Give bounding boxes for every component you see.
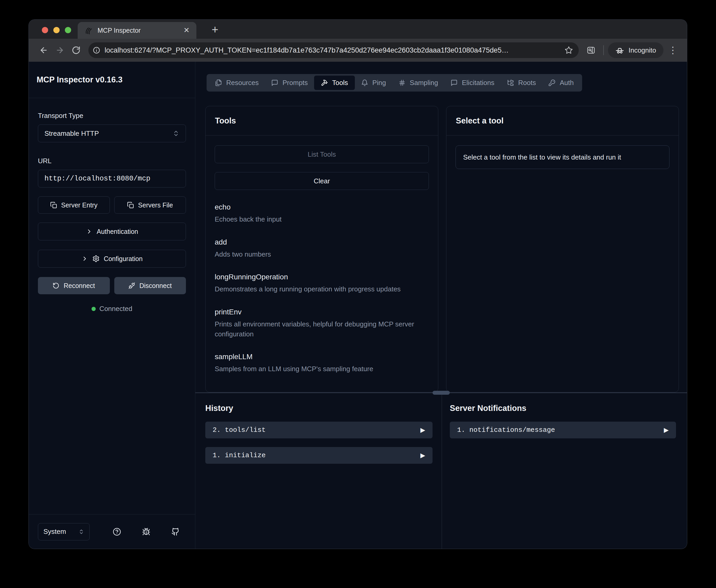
tool-description: Demonstrates a long running operation wi… <box>215 284 429 294</box>
bookmark-star-icon[interactable] <box>565 46 573 55</box>
list-tools-button[interactable]: List Tools <box>215 145 429 163</box>
chevron-right-icon <box>86 228 92 235</box>
connection-status: Connected <box>38 305 186 313</box>
sidebar-footer: System <box>29 514 195 549</box>
hash-icon <box>398 79 406 86</box>
tab-roots[interactable]: Roots <box>501 74 542 91</box>
tab-label: Sampling <box>410 79 438 87</box>
tab-sampling[interactable]: Sampling <box>392 74 444 91</box>
tool-description: Samples from an LLM using MCP's sampling… <box>215 364 429 374</box>
servers-file-label: Servers File <box>138 202 173 209</box>
gear-icon <box>92 255 100 262</box>
authentication-button[interactable]: Authentication <box>38 223 186 240</box>
hammer-icon <box>321 79 328 86</box>
transport-type-label: Transport Type <box>38 112 186 120</box>
side-panel-search-icon[interactable] <box>587 46 595 55</box>
url-bar[interactable]: localhost:6274/?MCP_PROXY_AUTH_TOKEN=ec1… <box>88 42 579 58</box>
server-notifications-panel: Server Notifications 1. notifications/me… <box>442 393 687 549</box>
close-window-button[interactable] <box>42 27 48 33</box>
tool-description: Adds two numbers <box>215 250 429 259</box>
server-url-input[interactable]: http://localhost:8080/mcp <box>38 170 186 188</box>
list-item[interactable]: add Adds two numbers <box>215 238 429 259</box>
reload-icon[interactable] <box>72 46 81 55</box>
history-panel: History 2. tools/list ▶ 1. initialize ▶ <box>195 393 442 549</box>
help-circle-icon[interactable] <box>113 528 121 536</box>
incognito-label: Incognito <box>628 46 656 55</box>
browser-menu-icon[interactable]: ⋮ <box>668 45 677 55</box>
url-text[interactable]: localhost:6274/?MCP_PROXY_AUTH_TOKEN=ec1… <box>105 46 560 55</box>
site-info-icon[interactable] <box>92 46 101 54</box>
new-tab-button[interactable]: + <box>209 24 221 36</box>
tool-description: Prints all environment variables, helpfu… <box>215 319 429 339</box>
message-square-icon <box>271 79 278 86</box>
tools-panel-title: Tools <box>205 106 438 135</box>
forward-icon[interactable] <box>56 46 64 55</box>
expand-play-icon[interactable]: ▶ <box>664 426 669 434</box>
tool-details-panel: Select a tool Select a tool from the lis… <box>446 106 679 392</box>
notification-item[interactable]: 1. notifications/message ▶ <box>450 422 676 438</box>
server-entry-button[interactable]: Server Entry <box>38 196 110 214</box>
theme-select[interactable]: System <box>38 523 90 540</box>
maximize-window-button[interactable] <box>65 27 71 33</box>
top-panels: Tools List Tools Clear echo Echoes back … <box>205 106 679 392</box>
disconnect-button[interactable]: Disconnect <box>114 277 186 294</box>
rotate-ccw-icon <box>52 282 59 289</box>
copy-icon <box>127 202 134 208</box>
tools-panel-body: List Tools Clear echo Echoes back the in… <box>205 135 438 392</box>
horizontal-splitter[interactable] <box>195 392 687 393</box>
copy-icon <box>50 202 57 208</box>
chevrons-up-down-icon <box>173 130 179 137</box>
tab-label: Elicitations <box>462 79 494 87</box>
tool-name: sampleLLM <box>215 353 429 361</box>
bug-icon[interactable] <box>142 528 150 536</box>
servers-file-button[interactable]: Servers File <box>114 196 186 214</box>
github-icon[interactable] <box>171 528 180 536</box>
tab-elicitations[interactable]: Elicitations <box>444 74 500 91</box>
theme-value: System <box>43 528 66 536</box>
sidebar: MCP Inspector v0.16.3 Transport Type Str… <box>29 62 195 549</box>
configuration-button[interactable]: Configuration <box>38 250 186 268</box>
main-area: Resources Prompts Tools Ping Sampling <box>195 62 687 549</box>
url-label: URL <box>38 157 186 165</box>
tab-label: Roots <box>518 79 536 87</box>
tools-panel: Tools List Tools Clear echo Echoes back … <box>205 106 438 392</box>
browser-toolbar: localhost:6274/?MCP_PROXY_AUTH_TOKEN=ec1… <box>29 39 687 62</box>
list-item[interactable]: echo Echoes back the input <box>215 203 429 225</box>
server-notifications-title: Server Notifications <box>450 404 676 413</box>
message-square-icon <box>451 79 458 86</box>
history-item-label: 1. initialize <box>213 451 266 459</box>
files-icon <box>215 79 222 86</box>
expand-play-icon[interactable]: ▶ <box>420 452 425 459</box>
folder-tree-icon <box>507 79 514 86</box>
clear-tools-button[interactable]: Clear <box>215 172 429 190</box>
tool-name: longRunningOperation <box>215 273 429 281</box>
list-item[interactable]: longRunningOperation Demonstrates a long… <box>215 273 429 294</box>
empty-state-message: Select a tool from the list to view its … <box>456 145 670 169</box>
tab-prompts[interactable]: Prompts <box>265 74 314 91</box>
history-item[interactable]: 2. tools/list ▶ <box>205 422 433 438</box>
transport-type-select[interactable]: Streamable HTTP <box>38 125 186 142</box>
tab-close-icon[interactable]: ✕ <box>183 27 190 34</box>
tab-label: Prompts <box>282 79 308 87</box>
tool-list: echo Echoes back the input add Adds two … <box>215 203 429 374</box>
minimize-window-button[interactable] <box>53 27 60 33</box>
tab-auth[interactable]: Auth <box>542 74 580 91</box>
back-icon[interactable] <box>39 46 48 55</box>
tool-description: Echoes back the input <box>215 214 429 225</box>
unplug-icon <box>128 282 135 289</box>
tab-label: Tools <box>332 79 348 87</box>
list-item[interactable]: sampleLLM Samples from an LLM using MCP'… <box>215 353 429 374</box>
tab-resources[interactable]: Resources <box>209 74 265 91</box>
tab-ping[interactable]: Ping <box>355 74 392 91</box>
window-controls <box>42 27 71 33</box>
list-item[interactable]: printEnv Prints all environment variable… <box>215 308 429 339</box>
tab-tools[interactable]: Tools <box>314 76 355 90</box>
browser-tab[interactable]: MCP Inspector ✕ <box>78 22 196 39</box>
history-item[interactable]: 1. initialize ▶ <box>205 447 433 464</box>
reconnect-button[interactable]: Reconnect <box>38 277 110 294</box>
splitter-grip-handle[interactable] <box>433 391 450 395</box>
tab-title: MCP Inspector <box>97 27 178 34</box>
expand-play-icon[interactable]: ▶ <box>420 426 425 434</box>
reconnect-label: Reconnect <box>64 282 95 290</box>
tool-details-body: Select a tool from the list to view its … <box>447 135 679 392</box>
